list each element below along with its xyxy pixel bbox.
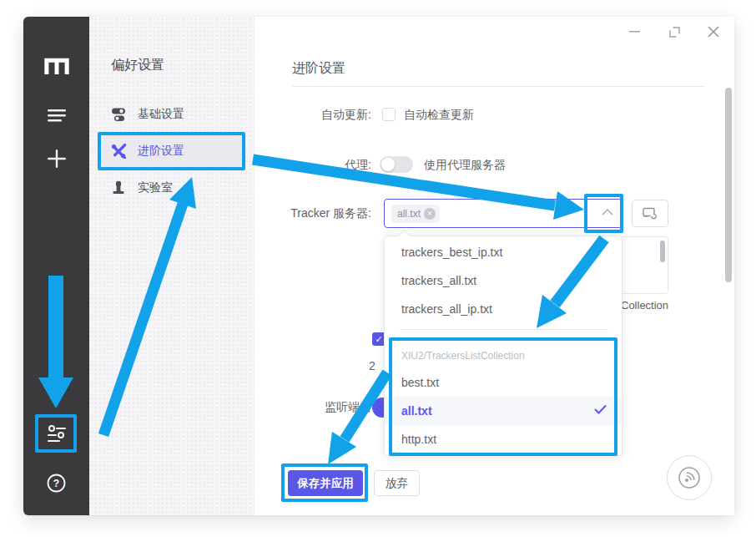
menu-item-basic-settings[interactable]: 基础设置 <box>101 99 242 130</box>
discard-button[interactable]: 放弃 <box>374 470 420 496</box>
auto-update-label: 自动更新: <box>234 108 371 123</box>
restore-icon <box>669 27 680 38</box>
task-list-icon <box>47 109 67 122</box>
add-task-button[interactable] <box>23 149 89 169</box>
obscured-text-fragment: 2 <box>369 359 375 372</box>
textarea-scrollbar-thumb[interactable] <box>660 241 665 262</box>
tag-remove-icon[interactable]: × <box>424 208 436 220</box>
preferences-button[interactable] <box>23 423 89 444</box>
dropdown-option[interactable]: trackers_all_ip.txt <box>385 295 622 323</box>
speedometer-icon <box>677 465 702 490</box>
tracker-dropdown: trackers_best_ip.txt trackers_all.txt tr… <box>384 236 622 456</box>
menu-item-label: 基础设置 <box>138 107 184 122</box>
proxy-toggle[interactable] <box>380 156 413 173</box>
toggles-icon <box>111 107 126 122</box>
menu-item-label: 实验室 <box>138 180 173 195</box>
tracker-label: Tracker 服务器: <box>234 206 371 221</box>
speed-limit-button[interactable] <box>667 455 712 500</box>
svg-text:?: ? <box>53 478 59 489</box>
toggle-knob <box>381 158 395 171</box>
tracker-select-input[interactable]: all.txt × <box>384 199 622 228</box>
save-apply-button[interactable]: 保存并应用 <box>288 470 363 496</box>
app-sidebar: ? <box>23 17 89 515</box>
maximize-button[interactable] <box>663 24 686 39</box>
listen-port-label: 监听端口 <box>234 400 371 415</box>
close-icon <box>708 26 719 38</box>
task-list-button[interactable] <box>23 108 89 123</box>
preferences-panel: 偏好设置 基础设置 进阶设置 <box>89 17 255 515</box>
auto-update-checkbox-label: 自动检查更新 <box>404 108 474 123</box>
dropdown-option-label: all.txt <box>401 404 432 418</box>
title-divider <box>292 86 705 87</box>
help-button[interactable]: ? <box>23 473 89 493</box>
preferences-title: 偏好设置 <box>111 57 164 74</box>
motrix-logo-icon <box>44 56 69 74</box>
tools-icon <box>111 144 126 159</box>
sync-icon <box>643 207 658 220</box>
dropdown-option[interactable]: trackers_all.txt <box>385 266 622 295</box>
tracker-source-link[interactable]: Collection <box>621 299 668 312</box>
sync-trackers-button[interactable] <box>632 200 668 227</box>
check-icon <box>594 404 607 414</box>
proxy-toggle-label: 使用代理服务器 <box>424 158 506 173</box>
question-icon: ? <box>47 474 66 493</box>
dropdown-option[interactable]: http.txt <box>385 425 622 453</box>
dropdown-option-selected[interactable]: all.txt <box>385 397 622 425</box>
menu-item-lab[interactable]: 实验室 <box>101 172 242 204</box>
app-window: ? 偏好设置 基础设置 进阶设置 <box>23 17 734 515</box>
page-title: 进阶设置 <box>292 60 345 78</box>
dropdown-option[interactable]: best.txt <box>385 368 622 397</box>
auto-update-checkbox[interactable] <box>382 108 396 121</box>
sliders-icon <box>46 423 68 443</box>
menu-item-label: 进阶设置 <box>138 144 184 159</box>
minimize-icon <box>629 30 640 33</box>
stamp-icon <box>111 180 126 195</box>
dropdown-group-label: XIU2/TrackersListCollection <box>401 344 525 367</box>
app-logo <box>23 53 89 77</box>
add-icon <box>47 149 67 169</box>
tracker-tag-label: all.txt <box>397 208 421 220</box>
dropdown-divider <box>400 329 608 330</box>
close-button[interactable] <box>702 24 725 39</box>
chevron-up-icon[interactable] <box>602 208 613 215</box>
menu-item-advanced-settings[interactable]: 进阶设置 <box>101 135 242 167</box>
proxy-label: 代理: <box>234 158 371 173</box>
page-scrollbar-thumb[interactable] <box>725 88 732 282</box>
tracker-tag[interactable]: all.txt × <box>391 205 440 223</box>
minimize-button[interactable] <box>622 24 646 39</box>
dropdown-option[interactable]: trackers_best_ip.txt <box>385 238 622 266</box>
